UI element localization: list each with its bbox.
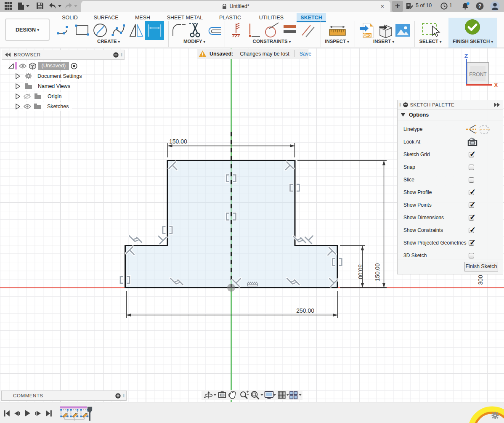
grid-settings-icon[interactable] bbox=[279, 391, 286, 399]
show-profile-checkbox[interactable] bbox=[469, 190, 474, 195]
tab-sketch[interactable]: SKETCH bbox=[297, 13, 326, 22]
browser-grip[interactable]: ‖ bbox=[120, 52, 122, 57]
group-modify[interactable]: MODIFY ▾ bbox=[174, 39, 215, 45]
show-projected-checkbox[interactable] bbox=[469, 240, 474, 246]
help-icon[interactable]: ? bbox=[475, 0, 484, 12]
tree-row-sketches[interactable]: Sketches bbox=[0, 102, 69, 111]
redo-icon[interactable] bbox=[64, 0, 73, 12]
tree-row-document-settings[interactable]: Document Settings bbox=[0, 72, 82, 80]
expand-arrow-icon[interactable] bbox=[16, 93, 20, 99]
save-icon[interactable] bbox=[36, 0, 44, 12]
pan-icon[interactable] bbox=[229, 391, 236, 399]
viewports-button[interactable] bbox=[289, 390, 302, 400]
palette-options-section[interactable]: Options bbox=[398, 109, 503, 120]
tree-item-label[interactable]: Document Settings bbox=[37, 73, 82, 79]
undo-icon[interactable] bbox=[48, 0, 57, 12]
tab-close-icon[interactable]: × bbox=[379, 3, 386, 10]
timeline-sketch-feature-2[interactable] bbox=[70, 409, 78, 418]
finish-sketch-label[interactable]: FINISH SKETCH ▾ bbox=[449, 39, 496, 45]
select-tool-icon[interactable] bbox=[422, 23, 442, 40]
timeline-go-to-end-button[interactable] bbox=[46, 410, 52, 417]
3d-sketch-checkbox[interactable] bbox=[469, 253, 474, 258]
constraint-fixed-icon[interactable] bbox=[229, 22, 243, 41]
mirror-tool-icon[interactable] bbox=[129, 22, 145, 40]
document-tab[interactable]: Untitled* × bbox=[81, 1, 390, 12]
show-points-checkbox[interactable] bbox=[469, 202, 474, 208]
construction-linetype-icon[interactable] bbox=[480, 125, 490, 134]
rectangle-tool-icon[interactable] bbox=[74, 22, 90, 40]
look-at-icon[interactable] bbox=[467, 138, 477, 146]
orbit-caret[interactable] bbox=[214, 394, 217, 396]
circle-tool-icon[interactable] bbox=[93, 22, 108, 40]
group-insert[interactable]: INSERT ▾ bbox=[363, 39, 404, 45]
group-select[interactable]: SELECT ▾ bbox=[410, 39, 451, 45]
show-dimensions-checkbox[interactable] bbox=[469, 215, 474, 221]
tab-surface[interactable]: SURFACE bbox=[92, 13, 120, 22]
viewcube[interactable]: FRONT Z X bbox=[464, 53, 499, 88]
expand-palette-icon[interactable] bbox=[494, 103, 500, 107]
activate-radio-icon[interactable] bbox=[71, 63, 77, 69]
origin-point[interactable] bbox=[227, 284, 235, 292]
sketch-grid-checkbox[interactable] bbox=[469, 152, 474, 157]
display-settings-icon[interactable] bbox=[265, 391, 273, 399]
design-workspace-dropdown[interactable]: DESIGN ▾ bbox=[5, 19, 50, 41]
line-tool-icon[interactable] bbox=[57, 22, 72, 40]
file-menu-icon[interactable] bbox=[17, 0, 25, 12]
expand-arrow-icon[interactable] bbox=[16, 73, 20, 79]
browser-remove-icon[interactable] bbox=[113, 52, 119, 58]
redo-caret[interactable] bbox=[74, 0, 78, 12]
display-caret[interactable] bbox=[273, 394, 276, 396]
tab-utilities[interactable]: UTILITIES bbox=[256, 13, 286, 22]
constraint-parallel-icon[interactable] bbox=[300, 22, 316, 41]
fillet-tool-icon[interactable] bbox=[171, 22, 187, 40]
snap-checkbox[interactable] bbox=[469, 165, 474, 170]
dimension-partial[interactable]: 300 bbox=[477, 275, 484, 285]
job-status-icon[interactable] bbox=[406, 0, 414, 12]
fit-caret[interactable] bbox=[260, 394, 263, 396]
tree-row-named-views[interactable]: Named Views bbox=[0, 82, 70, 90]
timeline-playhead[interactable] bbox=[88, 407, 92, 421]
notifications-bell-icon[interactable] bbox=[461, 0, 470, 12]
expand-arrow-icon[interactable] bbox=[16, 83, 20, 89]
timeline-step-back-button[interactable] bbox=[14, 411, 20, 416]
tree-row-root[interactable]: (Unsaved) bbox=[0, 61, 77, 70]
visibility-eye-icon[interactable] bbox=[24, 104, 31, 109]
expand-arrow-open-icon[interactable] bbox=[8, 64, 14, 69]
tree-item-label[interactable]: Origin bbox=[48, 93, 61, 99]
save-link[interactable]: Save bbox=[300, 51, 312, 57]
tree-item-label[interactable]: Sketches bbox=[47, 104, 69, 109]
show-constraints-checkbox[interactable] bbox=[469, 228, 474, 233]
constraint-equal-icon[interactable] bbox=[283, 24, 297, 36]
timeline-sketch-feature-1[interactable] bbox=[60, 409, 68, 418]
fit-icon[interactable] bbox=[252, 391, 259, 399]
visibility-eye-icon[interactable] bbox=[19, 64, 27, 69]
collapse-browser-icon[interactable] bbox=[5, 53, 11, 57]
visibility-off-eye-icon[interactable] bbox=[23, 93, 31, 99]
design-canvas[interactable]: 150.00 250.00 50.00 bbox=[0, 48, 504, 402]
comments-grip[interactable]: ‖ bbox=[122, 393, 125, 398]
palette-remove-icon[interactable] bbox=[403, 102, 408, 107]
finish-sketch-palette-button[interactable]: Finish Sketch bbox=[464, 262, 498, 271]
orbit-icon[interactable] bbox=[204, 391, 212, 399]
slice-checkbox[interactable] bbox=[469, 177, 474, 183]
palette-grip[interactable]: ‖ bbox=[399, 102, 401, 107]
root-document-name[interactable]: (Unsaved) bbox=[38, 62, 69, 70]
insert-image-icon[interactable] bbox=[395, 22, 411, 40]
tree-item-label[interactable]: Named Views bbox=[38, 83, 70, 89]
clock-icon[interactable] bbox=[440, 0, 448, 12]
section-collapse-icon[interactable] bbox=[401, 113, 405, 117]
centerline-linetype-icon[interactable] bbox=[466, 125, 477, 134]
tab-sheet-metal[interactable]: SHEET METAL bbox=[165, 13, 204, 22]
offset-tool-icon[interactable] bbox=[205, 22, 223, 40]
timeline-step-forward-button[interactable] bbox=[35, 411, 41, 416]
user-avatar[interactable] bbox=[490, 0, 500, 12]
file-menu-caret[interactable] bbox=[26, 0, 30, 12]
tab-plastic[interactable]: PLASTIC bbox=[217, 13, 244, 22]
timeline-play-button[interactable] bbox=[25, 410, 30, 417]
undo-caret[interactable] bbox=[58, 0, 62, 12]
timeline-go-to-start-button[interactable] bbox=[4, 410, 10, 417]
add-comment-icon[interactable] bbox=[115, 393, 121, 399]
sketch-dimension-tool-active[interactable] bbox=[145, 21, 164, 42]
browser-panel-header[interactable]: BROWSER ‖ bbox=[2, 50, 125, 60]
group-create[interactable]: CREATE ▾ bbox=[88, 39, 129, 45]
